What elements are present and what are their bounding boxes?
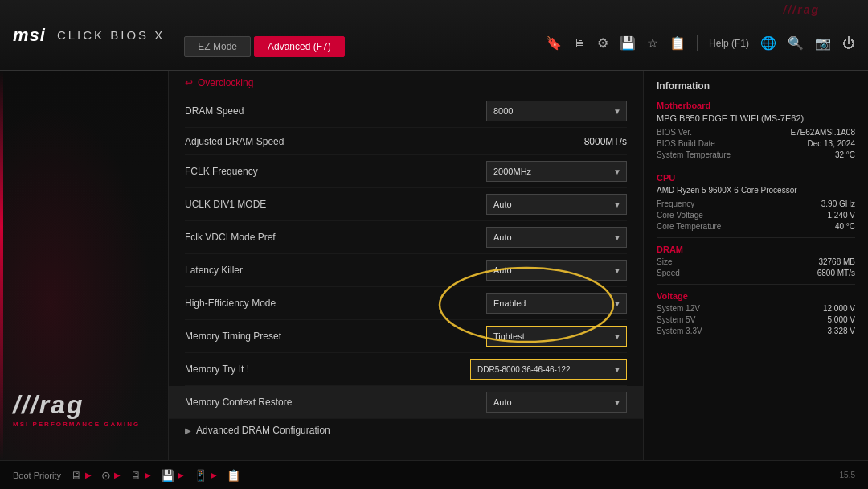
memory-context-restore-arrow-icon: ▼ <box>613 398 621 407</box>
sys33v-key: System 3.3V <box>657 327 702 335</box>
high-efficiency-arrow-icon: ▼ <box>613 299 621 308</box>
sys5v-key: System 5V <box>657 315 695 324</box>
latency-killer-dropdown[interactable]: Auto ▼ <box>486 260 627 281</box>
dram-speed-row: DRAM Speed 8000 ▼ <box>185 95 627 128</box>
header-mag-watermark: ///rag <box>784 3 820 16</box>
dram-speed-dropdown[interactable]: 8000 ▼ <box>486 101 627 121</box>
bios-build-row: BIOS Build Date Dec 13, 2024 <box>657 139 855 148</box>
adjusted-dram-speed-row: Adjusted DRAM Speed 8000MT/s <box>185 128 627 155</box>
star-icon[interactable]: ☆ <box>647 35 658 51</box>
voltage-subtitle: Voltage <box>657 291 855 301</box>
motherboard-name: MPG B850 EDGE TI WIFI (MS-7E62) <box>657 113 855 123</box>
boot-icon-2: ⊙ <box>101 469 111 482</box>
adjusted-dram-speed-label: Adjusted DRAM Speed <box>185 136 486 147</box>
fclk-arrow-icon: ▼ <box>613 167 621 176</box>
breadcrumb-icon: ↩ <box>185 77 193 88</box>
memory-context-restore-dropdown[interactable]: Auto ▼ <box>486 392 627 413</box>
section-divider <box>185 446 627 446</box>
advanced-mode-button[interactable]: Advanced (F7) <box>254 36 345 57</box>
sys-temp-row: System Temperature 32 °C <box>657 150 855 159</box>
memory-try-it-label: Memory Try It ! <box>185 364 470 375</box>
cpu-name: AMD Ryzen 5 9600X 6-Core Processor <box>657 186 855 195</box>
fclk-vdci-row: Fclk VDCI Mode Pref Auto ▼ <box>185 221 627 254</box>
memory-context-restore-label: Memory Context Restore <box>185 397 486 408</box>
memory-timing-preset-dropdown[interactable]: Tightest ▼ <box>486 326 627 347</box>
power-icon[interactable]: ⏻ <box>842 36 855 51</box>
help-text[interactable]: Help (F1) <box>709 38 749 49</box>
boot-item-1: 🖥 ▶ <box>71 469 92 482</box>
motherboard-subtitle: Motherboard <box>657 101 855 110</box>
display-icon[interactable]: 🖥 <box>573 36 586 51</box>
drive-icon[interactable]: 💾 <box>620 35 636 51</box>
boot-item-4: 💾 ▶ <box>161 469 184 482</box>
boot-icon-1: 🖥 <box>71 469 82 482</box>
header-divider <box>697 35 698 51</box>
sys12v-value: 12.000 V <box>823 304 855 313</box>
dram-size-row: Size 32768 MB <box>657 257 855 266</box>
dram-size-key: Size <box>657 257 672 266</box>
mag-brand-logo: ///rag <box>13 392 140 417</box>
sys5v-value: 5.000 V <box>828 315 855 324</box>
bios-build-value: Dec 13, 2024 <box>808 139 856 148</box>
boot-arrow-2: ▶ <box>114 471 121 479</box>
left-sidebar: ///rag MSI PERFORMANCE GAMING <box>0 71 169 460</box>
header-icons: 🔖 🖥 ⚙ 💾 ☆ 📋 Help (F1) 🌐 🔍 📷 ⏻ <box>546 35 855 51</box>
core-volt-key: Core Voltage <box>657 211 703 220</box>
fclk-vdci-dropdown[interactable]: Auto ▼ <box>486 227 627 248</box>
save-icon[interactable]: 📋 <box>669 35 686 51</box>
panel-divider-2 <box>657 237 855 238</box>
advanced-dram-config-row[interactable]: ▶ Advanced DRAM Configuration <box>185 419 627 442</box>
fclk-label: FCLK Frequency <box>185 166 486 177</box>
uclk-label: UCLK DIV1 MODE <box>185 199 486 210</box>
freq-row: Frequency 3.90 GHz <box>657 199 855 208</box>
header-modes: EZ Mode Advanced (F7) <box>184 36 344 57</box>
dram-subtitle: DRAM <box>657 244 855 254</box>
bottom-right-text: 15.5 <box>840 471 855 479</box>
settings-icon[interactable]: ⚙ <box>597 35 608 51</box>
core-temp-row: Core Temperature 40 °C <box>657 222 855 231</box>
globe-icon[interactable]: 🌐 <box>760 35 776 51</box>
high-efficiency-dropdown-text: Enabled <box>493 298 526 308</box>
ez-mode-button[interactable]: EZ Mode <box>184 36 251 57</box>
fclk-vdci-dropdown-text: Auto <box>493 232 512 242</box>
favorites-icon[interactable]: 🔖 <box>546 35 562 51</box>
fclk-dropdown-text: 2000MHz <box>493 166 531 176</box>
msi-logo: msi <box>13 25 46 46</box>
bios-ver-value: E7E62AMSI.1A08 <box>790 128 855 137</box>
core-volt-value: 1.240 V <box>828 211 855 220</box>
high-efficiency-dropdown[interactable]: Enabled ▼ <box>486 293 627 314</box>
boot-arrow-5: ▶ <box>211 471 217 479</box>
memory-try-it-row: Memory Try It ! DDR5-8000 36-46-46-122 ▼ <box>185 353 627 386</box>
dram-speed-panel-row: Speed 6800 MT/s <box>657 269 855 277</box>
memory-timing-preset-arrow-icon: ▼ <box>613 332 621 341</box>
memory-context-restore-dropdown-text: Auto <box>493 397 512 407</box>
mag-brand-tagline: MSI PERFORMANCE GAMING <box>13 421 140 428</box>
uclk-dropdown-text: Auto <box>493 199 512 209</box>
sys5v-row: System 5V 5.000 V <box>657 315 855 324</box>
adjusted-dram-speed-text: 8000MT/s <box>486 136 627 147</box>
panel-divider-1 <box>657 166 855 166</box>
memory-try-it-dropdown[interactable]: DDR5-8000 36-46-46-122 ▼ <box>470 359 627 380</box>
sys-temp-value: 32 °C <box>835 150 855 159</box>
uclk-dropdown[interactable]: Auto ▼ <box>486 194 627 215</box>
header-logo: msi CLICK BIOS X <box>13 25 165 46</box>
fclk-vdci-label: Fclk VDCI Mode Pref <box>185 232 486 243</box>
core-volt-row: Core Voltage 1.240 V <box>657 211 855 220</box>
voltage-setting-section: Voltage Setting <box>185 450 627 460</box>
bios-ver-key: BIOS Ver. <box>657 128 692 137</box>
boot-icon-3: 🖥 <box>130 469 141 482</box>
dram-size-value: 32768 MB <box>818 257 855 266</box>
search-icon[interactable]: 🔍 <box>788 35 804 51</box>
fclk-dropdown[interactable]: 2000MHz ▼ <box>486 161 627 182</box>
fclk-vdci-value: Auto ▼ <box>486 227 627 248</box>
expand-icon: ▶ <box>185 426 191 435</box>
memory-timing-preset-row: Memory Timing Preset Tightest ▼ <box>185 320 627 353</box>
dram-speed-panel-key: Speed <box>657 269 680 277</box>
bios-build-key: BIOS Build Date <box>657 139 715 148</box>
latency-killer-dropdown-text: Auto <box>493 265 512 275</box>
sys12v-key: System 12V <box>657 304 700 313</box>
boot-item-2: ⊙ ▶ <box>101 469 121 482</box>
camera-icon[interactable]: 📷 <box>815 35 831 51</box>
bottom-bar: Boot Priority 🖥 ▶ ⊙ ▶ 🖥 ▶ 💾 ▶ 📱 ▶ 📋 15.5 <box>0 460 868 489</box>
settings-container: DRAM Speed 8000 ▼ Adjusted DRAM Speed 80… <box>169 95 643 460</box>
